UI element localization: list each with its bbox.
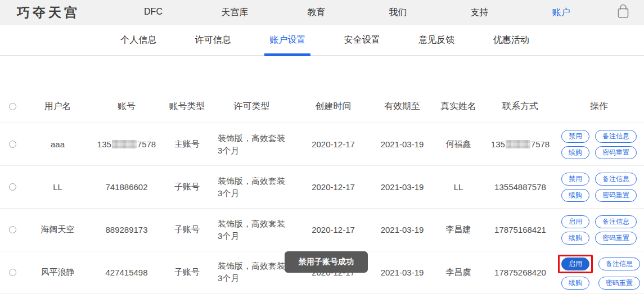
- cell-actions: 禁用备注信息续购密码重置: [554, 173, 644, 202]
- cell-license-type: 装饰版，高效套装3个月: [211, 260, 292, 285]
- cell-actions: 启用备注信息续购密码重置: [554, 255, 644, 290]
- license-line-1: 装饰版，高效套装: [218, 175, 292, 187]
- shopping-bag-icon: [616, 4, 630, 22]
- topbar-item-support[interactable]: 支持: [439, 7, 520, 19]
- license-line-1: 装饰版，高效套装: [218, 132, 292, 145]
- cell-created: 2020-12-17: [292, 182, 374, 192]
- tab-license-info[interactable]: 许可信息: [176, 25, 251, 55]
- cell-account: 427415498: [90, 268, 163, 277]
- renew-button[interactable]: 续购: [561, 232, 589, 245]
- renew-button[interactable]: 续购: [561, 189, 589, 202]
- cell-valid-until: 2021-03-19: [374, 268, 430, 277]
- table-row: aaa1357578主账号装饰版，高效套装3个月2020-12-172021-0…: [0, 123, 644, 165]
- tab-security-settings[interactable]: 安全设置: [325, 25, 400, 55]
- column-header-4: 创建时间: [292, 101, 374, 112]
- cell-created: 2020-12-17: [292, 139, 374, 149]
- column-header-3: 许可类型: [211, 101, 292, 112]
- cell-username: aaa: [25, 139, 90, 149]
- remarks-button[interactable]: 备注信息: [595, 173, 637, 186]
- cell-account-type: 子账号: [163, 267, 211, 278]
- masked-digits: [112, 140, 137, 148]
- column-header-7: 联系方式: [487, 101, 554, 112]
- tab-feedback[interactable]: 意见反馈: [399, 25, 474, 55]
- tab-promotions[interactable]: 优惠活动: [474, 25, 549, 55]
- license-line-2: 3个月: [218, 187, 292, 200]
- remarks-button[interactable]: 备注信息: [595, 215, 637, 228]
- cell-actions: 禁用备注信息续购密码重置: [554, 130, 644, 159]
- topbar-item-about[interactable]: 我们: [357, 7, 439, 19]
- row-radio[interactable]: [9, 141, 16, 148]
- table-row: 海阔天空889289173子账号装饰版，高效套装3个月2020-12-17202…: [0, 208, 644, 251]
- tab-personal-info[interactable]: 个人信息: [101, 25, 176, 55]
- table-header-row: 用户名账号账号类型许可类型创建时间有效期至真实姓名联系方式操作: [0, 90, 644, 123]
- license-line-2: 3个月: [218, 145, 292, 157]
- remarks-button[interactable]: 备注信息: [598, 258, 640, 270]
- cell-actions: 启用备注信息续购密码重置: [554, 215, 644, 245]
- reset-password-button[interactable]: 密码重置: [595, 146, 637, 159]
- row-radio[interactable]: [9, 269, 16, 276]
- toast: 禁用子账号成功: [285, 251, 368, 273]
- cell-real-name: 李昌建: [430, 224, 487, 235]
- row-radio[interactable]: [9, 226, 16, 233]
- tab-account-settings[interactable]: 账户设置: [250, 25, 325, 55]
- column-header-0: 用户名: [25, 101, 90, 112]
- enable-button[interactable]: 启用: [561, 215, 589, 228]
- license-line-1: 装饰版，高效套装: [218, 218, 292, 230]
- disable-button[interactable]: 禁用: [561, 173, 589, 186]
- column-header-5: 有效期至: [374, 101, 430, 112]
- cell-account-type: 主账号: [163, 139, 211, 150]
- topbar-nav: DFC天宫库教育我们支持账户: [112, 7, 602, 19]
- topbar-item-library[interactable]: 天宫库: [194, 7, 276, 19]
- cell-license-type: 装饰版，高效套装3个月: [211, 132, 292, 157]
- cell-account: 1357578: [90, 139, 163, 149]
- cell-contact: 1357578: [487, 139, 554, 149]
- cell-username: LL: [25, 182, 90, 192]
- cell-created: 2020-12-17: [292, 225, 374, 234]
- topbar-item-education[interactable]: 教育: [276, 7, 357, 19]
- column-header-2: 账号类型: [163, 101, 211, 112]
- cell-account-type: 子账号: [163, 224, 211, 235]
- license-line-1: 装饰版，高效套装: [218, 260, 292, 272]
- enable-button[interactable]: 启用: [561, 258, 589, 270]
- reset-password-button[interactable]: 密码重置: [595, 189, 637, 202]
- topbar: 巧夺天宫 DFC天宫库教育我们支持账户: [0, 0, 644, 25]
- row-radio[interactable]: [9, 183, 16, 191]
- renew-button[interactable]: 续购: [561, 146, 589, 159]
- disable-button[interactable]: 禁用: [561, 130, 589, 143]
- logo[interactable]: 巧夺天宫: [0, 4, 112, 21]
- cell-real-name: 何福鑫: [430, 139, 487, 150]
- remarks-button[interactable]: 备注信息: [595, 130, 637, 143]
- highlight-box: 启用: [558, 255, 593, 273]
- column-header-1: 账号: [90, 101, 163, 112]
- cell-valid-until: 2021-03-19: [374, 139, 430, 149]
- masked-digits: [506, 140, 530, 148]
- subnav: 个人信息许可信息账户设置安全设置意见反馈优惠活动: [0, 25, 644, 56]
- license-line-2: 3个月: [218, 272, 292, 285]
- cell-valid-until: 2021-03-19: [374, 225, 430, 234]
- cell-username: 风平浪静: [25, 267, 90, 278]
- header-radio[interactable]: [9, 103, 16, 110]
- cell-account: 889289173: [90, 225, 163, 234]
- subnav-tabs: 个人信息许可信息账户设置安全设置意见反馈优惠活动: [101, 25, 548, 55]
- cell-license-type: 装饰版，高效套装3个月: [211, 218, 292, 242]
- cart-button[interactable]: [602, 4, 644, 22]
- cell-account-type: 子账号: [163, 182, 211, 192]
- column-header-6: 真实姓名: [430, 101, 487, 112]
- page: 巧夺天宫 DFC天宫库教育我们支持账户 个人信息许可信息账户设置安全设置意见反馈…: [0, 0, 644, 298]
- cell-real-name: LL: [430, 182, 487, 192]
- cell-contact: 17875268420: [487, 268, 554, 277]
- cell-license-type: 装饰版，高效套装3个月: [211, 175, 292, 200]
- table-row: LL741886602子账号装饰版，高效套装3个月2020-12-172021-…: [0, 165, 644, 208]
- cell-real-name: 李昌虞: [430, 267, 487, 278]
- topbar-item-account[interactable]: 账户: [520, 7, 602, 19]
- cell-contact: 17875168421: [487, 225, 554, 234]
- cell-username: 海阔天空: [25, 224, 90, 235]
- reset-password-button[interactable]: 密码重置: [598, 277, 640, 290]
- topbar-item-dfc[interactable]: DFC: [112, 7, 194, 19]
- column-header-8: 操作: [554, 101, 644, 112]
- reset-password-button[interactable]: 密码重置: [595, 232, 637, 245]
- license-line-2: 3个月: [218, 230, 292, 242]
- cell-account: 741886602: [90, 182, 163, 192]
- renew-button[interactable]: 续购: [561, 277, 589, 290]
- cell-valid-until: 2021-03-19: [374, 182, 430, 192]
